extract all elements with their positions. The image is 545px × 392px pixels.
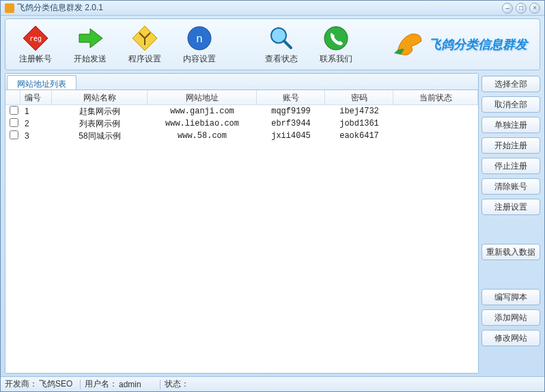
cell-stat <box>393 135 478 137</box>
tab-site-list[interactable]: 网站地址列表 <box>7 75 76 89</box>
table-row[interactable]: 2列表网示例www.liebiao.comebrf3944jobd1361 <box>5 117 478 130</box>
cell-url: www.liebiao.com <box>148 118 257 129</box>
col-num[interactable]: 编号 <box>20 90 52 104</box>
titlebar: 飞鸽分类信息群发 2.0.1 – □ × <box>1 1 544 16</box>
select-all-button[interactable]: 选择全部 <box>481 76 540 92</box>
cell-num: 1 <box>20 106 52 117</box>
reload-data-button[interactable]: 重新载入数据 <box>481 244 540 260</box>
magnifier-icon <box>268 25 295 52</box>
write-script-button[interactable]: 编写脚本 <box>481 289 540 305</box>
row-checkbox[interactable] <box>10 130 18 139</box>
window-title: 飞鸽分类信息群发 2.0.1 <box>17 2 502 14</box>
svg-text:reg: reg <box>29 35 42 42</box>
user-label: 用户名： <box>85 378 117 390</box>
cell-stat <box>393 111 478 112</box>
statusbar: 开发商： 飞鸽SEO 用户名： admin 状态： <box>1 376 544 391</box>
cell-acc: mqgf9199 <box>257 106 325 117</box>
deselect-all-button[interactable]: 取消全部 <box>481 96 540 113</box>
row-checkbox[interactable] <box>10 118 18 127</box>
register-account-button[interactable]: reg 注册帐号 <box>11 22 60 67</box>
add-site-button[interactable]: 添加网站 <box>481 309 540 326</box>
col-name[interactable]: 网站名称 <box>52 90 148 104</box>
cell-url: www.58.com <box>148 130 257 141</box>
app-icon <box>5 3 14 13</box>
toolbar: reg 注册帐号 开始发送 程序设置 n 内容设置 查 <box>5 18 540 70</box>
cell-url: www.ganji.com <box>148 106 257 117</box>
col-url[interactable]: 网站地址 <box>148 90 257 104</box>
table-row[interactable]: 358同城示例www.58.comjxii4045eaok6417 <box>5 130 478 142</box>
cell-acc: ebrf3944 <box>257 118 325 129</box>
col-checkbox <box>5 90 20 104</box>
clear-account-button[interactable]: 清除账号 <box>481 178 540 195</box>
maximize-button[interactable]: □ <box>516 3 527 14</box>
arrow-right-icon <box>76 25 104 52</box>
brand-area: 飞鸽分类信息群发 <box>366 27 534 61</box>
col-pwd[interactable]: 密码 <box>325 90 393 104</box>
content-settings-button[interactable]: n 内容设置 <box>175 22 224 67</box>
edit-site-button[interactable]: 修改网站 <box>481 330 540 346</box>
tab-strip: 网站地址列表 <box>5 74 478 90</box>
register-settings-button[interactable]: 注册设置 <box>481 199 540 215</box>
main-panel: 网站地址列表 编号 网站名称 网站地址 账号 密码 当前状态 1赶集网示例www… <box>5 73 479 374</box>
dev-label: 开发商： <box>5 378 38 390</box>
close-button[interactable]: × <box>529 3 540 14</box>
contact-us-button[interactable]: 联系我们 <box>311 22 361 67</box>
cell-name: 赶集网示例 <box>52 105 148 118</box>
minimize-button[interactable]: – <box>502 3 513 14</box>
cell-num: 2 <box>20 118 52 129</box>
svg-point-7 <box>324 27 348 50</box>
cell-pwd: ibej4732 <box>325 106 393 117</box>
circle-n-icon: n <box>186 25 213 52</box>
side-panel: 选择全部 取消全部 单独注册 开始注册 停止注册 清除账号 注册设置 重新载入数… <box>481 73 540 374</box>
diamond-reg-icon: reg <box>22 25 49 52</box>
col-stat[interactable]: 当前状态 <box>393 90 478 104</box>
table-row[interactable]: 1赶集网示例www.ganji.commqgf9199ibej4732 <box>5 105 478 117</box>
view-status-button[interactable]: 查看状态 <box>257 22 306 67</box>
cell-pwd: jobd1361 <box>325 118 393 129</box>
cell-stat <box>393 123 478 124</box>
cell-pwd: eaok6417 <box>325 130 393 141</box>
stop-register-button[interactable]: 停止注册 <box>481 158 540 174</box>
svg-text:n: n <box>197 33 203 44</box>
bird-icon <box>391 27 425 61</box>
row-checkbox[interactable] <box>10 106 18 115</box>
state-label: 状态： <box>165 378 189 390</box>
user-value: admin <box>119 380 153 389</box>
table-body: 1赶集网示例www.ganji.commqgf9199ibej47322列表网示… <box>5 105 478 373</box>
phone-icon <box>322 25 350 52</box>
start-send-button[interactable]: 开始发送 <box>66 22 115 67</box>
dev-value: 飞鸽SEO <box>39 378 73 390</box>
cell-name: 列表网示例 <box>52 117 148 130</box>
table-header: 编号 网站名称 网站地址 账号 密码 当前状态 <box>5 90 478 105</box>
cell-acc: jxii4045 <box>257 130 325 141</box>
brand-text: 飞鸽分类信息群发 <box>429 36 527 53</box>
tools-icon <box>131 25 158 52</box>
cell-num: 3 <box>20 130 52 141</box>
cell-name: 58同城示例 <box>52 130 148 143</box>
svg-line-6 <box>284 41 291 48</box>
start-register-button[interactable]: 开始注册 <box>481 137 540 154</box>
single-register-button[interactable]: 单独注册 <box>481 117 540 133</box>
program-settings-button[interactable]: 程序设置 <box>120 22 169 67</box>
col-acc[interactable]: 账号 <box>257 90 325 104</box>
